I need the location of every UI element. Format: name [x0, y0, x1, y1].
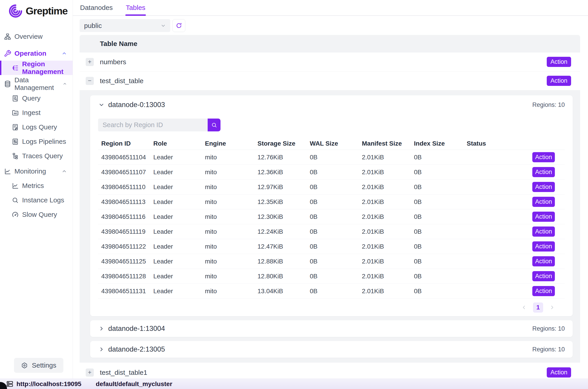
datanode-1-header[interactable]: datanode-1:13004 Regions: 10: [90, 320, 573, 337]
region-action-button[interactable]: Action: [532, 167, 555, 177]
sidebar-item-monitoring[interactable]: Monitoring: [0, 164, 73, 178]
greptime-spiral-icon: [8, 4, 23, 18]
tab-datanodes[interactable]: Datanodes: [80, 0, 113, 15]
wal-size-cell: 0B: [310, 183, 362, 191]
sidebar-item-traces-query[interactable]: Traces Query: [0, 149, 73, 163]
sidebar-item-ingest[interactable]: Ingest: [0, 105, 73, 120]
sidebar-item-label: Ingest: [22, 109, 41, 117]
region-action-button[interactable]: Action: [532, 227, 555, 237]
engine-cell: mito: [205, 243, 258, 250]
sidebar-item-label: Logs Query: [22, 123, 57, 131]
region-search-input[interactable]: [98, 119, 208, 131]
sidebar-item-label: Slow Query: [22, 211, 57, 218]
sidebar-item-slow-query[interactable]: Slow Query: [0, 207, 73, 222]
sidebar-item-label: Instance Logs: [22, 196, 64, 204]
regions-count-label: Regions: 10: [532, 101, 565, 108]
table-name-column-header: Table Name: [100, 40, 137, 48]
sidebar-item-logs-query[interactable]: Logs Query: [0, 120, 73, 134]
line-chart-icon: [11, 182, 19, 190]
storage-size-cell: 12.88KiB: [258, 258, 310, 265]
chevron-right-icon: [98, 346, 105, 353]
region-action-button[interactable]: Action: [532, 152, 555, 162]
expand-button[interactable]: +: [86, 58, 94, 66]
manifest-size-cell: 2.01KiB: [362, 154, 414, 161]
datanode-0-body: Region IDRoleEngineStorage SizeWAL SizeM…: [90, 119, 573, 316]
server-icon: [6, 380, 14, 388]
sidebar-item-operation[interactable]: Operation: [0, 46, 73, 61]
refresh-button[interactable]: [172, 19, 185, 32]
region-action-button[interactable]: Action: [532, 197, 555, 207]
wal-size-cell: 0B: [310, 198, 362, 206]
region-column-header: Role: [153, 140, 205, 147]
settings-hexagon-icon: [21, 362, 28, 369]
status-bar: http://localhost:19095 default/default_m…: [0, 379, 588, 389]
wal-size-cell: 0B: [310, 243, 362, 250]
region-id-cell: 4398046511125: [101, 258, 153, 265]
action-button[interactable]: Action: [547, 367, 571, 378]
region-action-button[interactable]: Action: [532, 212, 555, 222]
region-table-row: 4398046511125 Leader mito 12.88KiB 0B 2.…: [98, 254, 565, 269]
role-cell: Leader: [153, 258, 205, 265]
settings-button[interactable]: Settings: [14, 358, 63, 373]
region-action-button[interactable]: Action: [532, 182, 555, 192]
main-content: Datanodes Tables public Table Name + num…: [73, 0, 588, 389]
manifest-size-cell: 2.01KiB: [362, 243, 414, 250]
region-id-cell: 4398046511116: [101, 213, 153, 220]
storage-size-cell: 12.24KiB: [258, 228, 310, 235]
tab-tables[interactable]: Tables: [126, 0, 145, 15]
region-search-button[interactable]: [208, 119, 221, 131]
region-table-row: 4398046511122 Leader mito 12.47KiB 0B 2.…: [98, 239, 565, 254]
region-action-button[interactable]: Action: [532, 286, 555, 296]
page-number[interactable]: 1: [533, 302, 543, 313]
index-size-cell: 0B: [414, 213, 467, 220]
region-action-button[interactable]: Action: [532, 241, 555, 252]
action-button[interactable]: Action: [547, 57, 571, 67]
previous-page-icon[interactable]: [521, 304, 527, 311]
sidebar-item-label: Region Management: [22, 60, 73, 75]
chevron-down-icon: [98, 101, 105, 108]
datanode-0-header[interactable]: datanode-0:13003 Regions: 10: [90, 95, 573, 112]
sidebar-item-query[interactable]: Query: [0, 91, 73, 105]
sidebar-item-label: Traces Query: [22, 152, 63, 160]
region-table-header: Region IDRoleEngineStorage SizeWAL SizeM…: [98, 137, 565, 150]
manifest-size-cell: 2.01KiB: [362, 183, 414, 191]
region-table-row: 4398046511116 Leader mito 12.30KiB 0B 2.…: [98, 209, 565, 224]
pagination: 1: [98, 299, 565, 316]
index-size-cell: 0B: [414, 169, 467, 176]
region-id-cell: 4398046511131: [101, 288, 153, 295]
storage-size-cell: 12.97KiB: [258, 183, 310, 191]
datanode-0-card: datanode-0:13003 Regions: 10 Region IDRo…: [90, 95, 573, 316]
index-size-cell: 0B: [414, 198, 467, 206]
region-column-header: Region ID: [101, 140, 153, 147]
region-action-button[interactable]: Action: [532, 271, 555, 281]
sidebar-item-region-management[interactable]: Region Management: [0, 61, 73, 75]
search-icon: [211, 122, 217, 128]
index-size-cell: 0B: [414, 258, 467, 265]
sitemap-icon: [4, 33, 11, 40]
datanode-2-header[interactable]: datanode-2:13005 Regions: 10: [90, 341, 573, 358]
next-page-icon[interactable]: [549, 304, 555, 311]
chevron-right-icon: [98, 325, 105, 332]
table-row-test-dist-table: − test_dist_table Action: [80, 71, 580, 90]
database-select-value: public: [84, 22, 102, 30]
sidebar-item-overview[interactable]: Overview: [0, 29, 73, 44]
engine-cell: mito: [205, 169, 258, 176]
database-select[interactable]: public: [80, 19, 170, 32]
folder-import-icon: [11, 109, 19, 117]
collapse-button[interactable]: −: [86, 77, 94, 85]
sidebar-item-data-management[interactable]: Data Management: [0, 77, 73, 91]
region-column-header: Storage Size: [258, 140, 310, 147]
sidebar-item-logs-pipelines[interactable]: Logs Pipelines: [0, 134, 73, 149]
sidebar-item-label: Logs Pipelines: [22, 138, 66, 145]
engine-cell: mito: [205, 273, 258, 280]
sidebar-item-instance-logs[interactable]: Instance Logs: [0, 193, 73, 207]
expand-button[interactable]: +: [86, 368, 94, 377]
datanode-title: datanode-2:13005: [108, 345, 165, 353]
region-table-row: 4398046511113 Leader mito 12.35KiB 0B 2.…: [98, 194, 565, 209]
brand-logo[interactable]: Greptime: [0, 0, 73, 18]
action-button[interactable]: Action: [547, 76, 571, 86]
sidebar-item-metrics[interactable]: Metrics: [0, 178, 73, 193]
engine-cell: mito: [205, 154, 258, 161]
region-action-button[interactable]: Action: [532, 256, 555, 266]
tab-bar: Datanodes Tables: [73, 0, 588, 16]
